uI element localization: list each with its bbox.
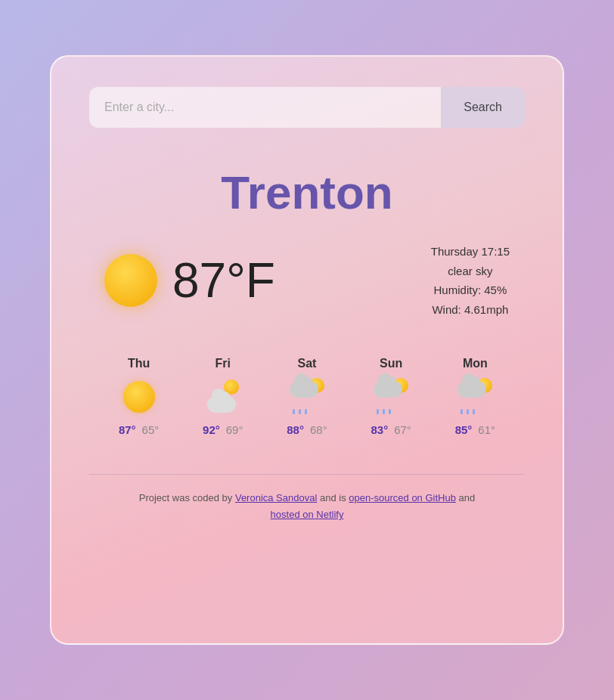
github-link[interactable]: open-sourced on GitHub: [349, 492, 456, 503]
forecast-day-thu: Thu 87° 65°: [119, 357, 159, 436]
forecast-day-label: Mon: [463, 357, 488, 370]
forecast-day-label: Thu: [128, 357, 150, 370]
datetime: Thursday 17:15: [431, 242, 510, 262]
footer-text-and: and: [459, 492, 476, 503]
search-button[interactable]: Search: [441, 87, 525, 128]
forecast-icon-sat: [288, 378, 326, 416]
netlify-link[interactable]: hosted on Netlify: [271, 509, 344, 520]
author-link[interactable]: Veronica Sandoval: [235, 492, 317, 503]
forecast-temps-thu: 87° 65°: [119, 423, 159, 436]
search-row: Search: [89, 87, 525, 128]
forecast-day-fri: Fri 92° 69°: [203, 357, 243, 436]
forecast-section: Thu 87° 65° Fri 92° 69° Sat: [89, 357, 525, 436]
temp-section: 87°F: [104, 252, 275, 308]
temperature-display: 87°F: [172, 252, 275, 308]
condition: clear sky: [431, 262, 510, 281]
footer-text-before: Project was coded by: [139, 492, 233, 503]
forecast-day-mon: Mon 85° 61°: [455, 357, 495, 436]
forecast-temps-sat: 88° 68°: [287, 423, 327, 436]
footer-text-middle: and is: [320, 492, 349, 503]
city-search-input[interactable]: [89, 87, 441, 128]
current-weather-icon: [104, 254, 157, 307]
forecast-icon-fri: [204, 378, 242, 416]
humidity: Humidity: 45%: [431, 280, 510, 300]
forecast-day-label: Sat: [298, 357, 317, 370]
forecast-icon-sun: [372, 378, 410, 416]
city-name: Trenton: [221, 166, 392, 219]
forecast-day-label: Sun: [380, 357, 402, 370]
weather-main: 87°F Thursday 17:15 clear sky Humidity: …: [89, 242, 525, 319]
forecast-temps-mon: 85° 61°: [455, 423, 495, 436]
forecast-icon-thu: [120, 378, 158, 416]
forecast-temps-fri: 92° 69°: [203, 423, 243, 436]
forecast-day-sun: Sun 83° 67°: [371, 357, 411, 436]
weather-card: Search Trenton 87°F Thursday 17:15 clear…: [50, 55, 564, 645]
forecast-day-label: Fri: [216, 357, 231, 370]
wind: Wind: 4.61mph: [431, 300, 510, 320]
weather-details: Thursday 17:15 clear sky Humidity: 45% W…: [431, 242, 510, 319]
forecast-temps-sun: 83° 67°: [371, 423, 411, 436]
footer: Project was coded by Veronica Sandoval a…: [89, 474, 525, 523]
forecast-icon-mon: [456, 378, 494, 416]
forecast-day-sat: Sat 88° 68°: [287, 357, 327, 436]
